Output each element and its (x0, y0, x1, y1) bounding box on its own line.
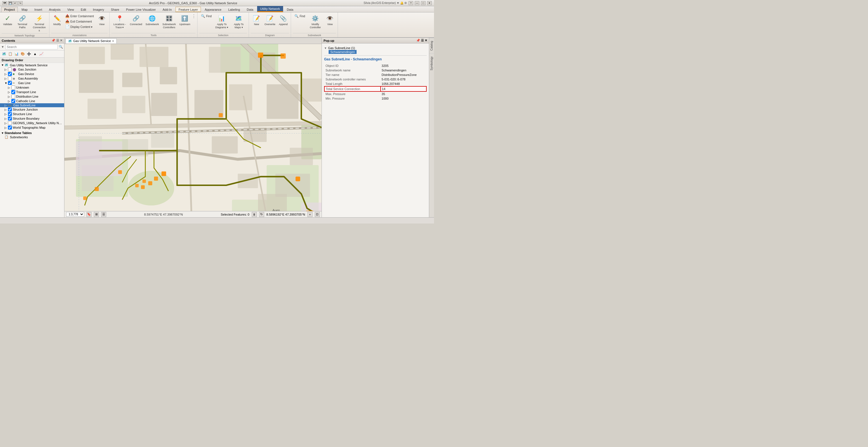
check-world-topo[interactable] (8, 126, 12, 130)
tab-data2[interactable]: Data (284, 7, 297, 12)
tree-expand-root[interactable]: ▼ (1, 64, 4, 67)
check-structure-line[interactable] (8, 112, 12, 116)
map-canvas[interactable]: Auen (64, 44, 321, 211)
scale-selector[interactable]: 1:3,778 (66, 212, 84, 217)
tree-item-cathodic-line[interactable]: ▷ Cathodic Line (0, 99, 64, 103)
tab-view[interactable]: View (64, 7, 77, 12)
tree-item-structure-line[interactable]: ▷ Structure Line (0, 112, 64, 116)
tree-expand-geonis-network[interactable]: ▷ (4, 122, 8, 125)
check-structure-boundary[interactable] (8, 116, 12, 121)
pause-button[interactable]: ⏸ (252, 212, 257, 217)
pin-icon[interactable]: 📌 (52, 39, 55, 42)
tree-expand-standalone[interactable]: ▼ (1, 132, 4, 135)
apply-to-diagrams-button[interactable]: 📊 Apply To Diagrams ▾ (214, 13, 230, 30)
tree-item-unknown[interactable]: ▷ Unknown (0, 85, 64, 90)
quick-access-redo[interactable]: ↪ (18, 1, 23, 5)
help-button[interactable]: ? (409, 1, 413, 5)
search-input[interactable] (5, 44, 58, 49)
tree-item-root[interactable]: ▼ 🗺️ Gas Utility Network Service (0, 63, 64, 67)
popup-menu-icon[interactable]: ☰ (421, 39, 424, 42)
table-icon[interactable]: 📋 (7, 51, 13, 57)
check-structure-junction[interactable] (8, 107, 12, 111)
tree-expand-world-topo[interactable]: ▷ (4, 126, 8, 129)
tab-appearance[interactable]: Appearance (202, 7, 224, 12)
tree-expand-gas-subnetline[interactable]: ▷ (4, 104, 8, 107)
tab-map[interactable]: Map (19, 7, 31, 12)
view-button-subnetwork[interactable]: 👁️ View (324, 13, 336, 27)
chart-icon[interactable]: 📊 (13, 51, 19, 57)
tree-item-structure-junction[interactable]: ▷ Structure Junction (0, 107, 64, 112)
popup-pin-icon[interactable]: 📌 (416, 39, 420, 42)
add-layer-icon[interactable]: ➕ (26, 51, 32, 57)
style-icon[interactable]: 🎨 (20, 51, 25, 57)
tab-imagery[interactable]: Imagery (90, 7, 107, 12)
tree-expand-gas-assembly[interactable]: ▷ (4, 77, 8, 80)
modify-controller-button[interactable]: ⚙️ Modify Controller (307, 13, 323, 30)
terminal-paths-button[interactable]: 🔗 Terminal Paths (14, 13, 31, 30)
tree-item-gas-junction[interactable]: ▷ ⬤ Gas Junction (0, 67, 64, 72)
tree-expand-cathodic-line[interactable]: ▷ (8, 100, 11, 103)
find-button-selection[interactable]: 🔍 Find (199, 13, 213, 19)
catalog-tab[interactable]: Catalog (429, 38, 434, 53)
terminal-connections-button[interactable]: ⚡ Terminal Connections (31, 13, 48, 33)
tree-expand-structure-line[interactable]: ▷ (4, 113, 8, 116)
minimize-button[interactable]: — (415, 1, 419, 5)
refresh-button[interactable]: ↻ (259, 212, 264, 217)
popup-record-badge[interactable]: Schwamendingen (329, 50, 356, 54)
append-button[interactable]: 📎 Append (277, 13, 289, 27)
validate-button[interactable]: ✓ Validate (2, 13, 13, 27)
exit-containment-button[interactable]: 📤 Exit Containment (64, 19, 95, 24)
tree-expand-gas-junction[interactable]: ▷ (4, 68, 8, 71)
menu-icon[interactable]: ☰ (56, 39, 59, 42)
find-button-subnetwork[interactable]: 🔍 Find (293, 13, 306, 19)
tab-feature-layer[interactable]: Feature Layer (176, 7, 201, 12)
tree-expand-gas-device[interactable]: ▷ (4, 72, 8, 76)
tab-addin[interactable]: Add-In (160, 7, 175, 12)
tree-item-distribution-line[interactable]: ▷ Distribution Line (0, 94, 64, 99)
tab-insert[interactable]: Insert (31, 7, 45, 12)
check-distribution-line[interactable] (11, 95, 15, 99)
enter-containment-button[interactable]: 📥 Enter Containment (64, 13, 95, 19)
check-geonis-network[interactable] (8, 121, 12, 125)
tree-item-transport-line[interactable]: ▷ Transport Line (0, 90, 64, 94)
tree-item-structure-boundary[interactable]: ▷ Structure Boundary (0, 116, 64, 121)
bar-chart-icon[interactable]: 📈 (38, 51, 44, 57)
check-gas-assembly[interactable] (8, 76, 12, 80)
tab-project[interactable]: Project (1, 7, 18, 12)
tab-share[interactable]: Share (108, 7, 122, 12)
tree-expand-structure-junction[interactable]: ▷ (4, 108, 8, 111)
search-icon[interactable]: 🔍 (59, 45, 63, 49)
check-cathodic-line[interactable] (11, 99, 15, 103)
close-contents-icon[interactable]: ✕ (60, 39, 62, 42)
symbology-tab[interactable]: Symbology (429, 53, 434, 73)
overwrite-button[interactable]: 📝 Overwrite (263, 13, 277, 27)
tab-power-line-viz[interactable]: Power Line Visualizer (123, 7, 159, 12)
zoom-fit-button[interactable]: ⊡ (315, 212, 320, 217)
tree-expand-transport-line[interactable]: ▷ (8, 91, 11, 94)
grid-button[interactable]: ⊞ (94, 212, 99, 217)
upstream-button[interactable]: ⬆️ Upstream (178, 13, 192, 27)
tree-expand-structure-boundary[interactable]: ▷ (4, 117, 8, 120)
tree-expand-unknown[interactable]: ▷ (8, 86, 11, 89)
bookmark-button[interactable]: 🔖 (87, 212, 92, 217)
popup-close-icon[interactable]: ✕ (425, 39, 427, 42)
contents-panel-controls[interactable]: 📌 ☰ ✕ (52, 39, 62, 42)
tree-item-standalone-tables[interactable]: ▼ Standalone Tables (0, 131, 64, 135)
popup-tree-record[interactable]: ▼ Gas SubnetLine (1) (324, 46, 427, 50)
connected-button[interactable]: 🔗 Connected (128, 13, 144, 27)
apply-to-maps-button[interactable]: 🗺️ Apply To Maps ▾ (230, 13, 247, 30)
tree-item-gas-line[interactable]: ▼ ━ Gas Line (0, 81, 64, 85)
tab-utility-network[interactable]: Utility Network (257, 6, 283, 12)
quick-access-undo[interactable]: ↩ (13, 1, 18, 5)
zoom-in-button[interactable]: + (307, 212, 312, 217)
check-gas-line[interactable] (8, 81, 12, 85)
list-button[interactable]: ☰ (101, 212, 106, 217)
check-gas-device[interactable] (8, 72, 12, 76)
map-tab-close[interactable]: ✕ (112, 39, 114, 43)
new-diagram-button[interactable]: 📝 New (251, 13, 262, 27)
display-content-button[interactable]: 📄 Display Content ▾ (64, 24, 95, 29)
map-tab-gas[interactable]: 🗺️ Gas Utility Network Service ✕ (66, 38, 117, 43)
popup-controls[interactable]: 📌 ☰ ✕ (416, 39, 427, 42)
tab-data[interactable]: Data (244, 7, 256, 12)
subnetwork-button[interactable]: 🌐 Subnetwork (144, 13, 160, 27)
